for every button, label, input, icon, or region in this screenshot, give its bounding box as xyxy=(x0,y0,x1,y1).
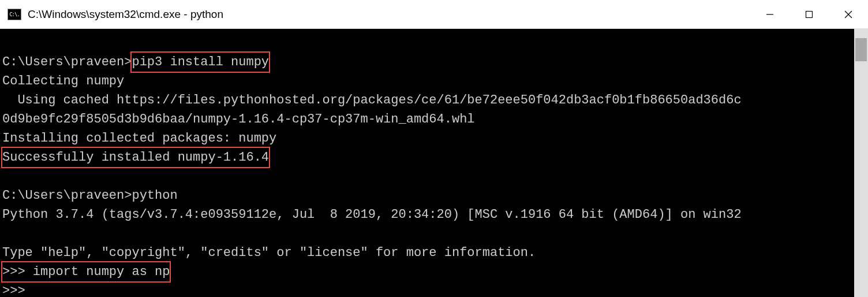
svg-rect-1 xyxy=(806,11,813,17)
output-line: Type "help", "copyright", "credits" or "… xyxy=(2,243,852,262)
close-button[interactable] xyxy=(829,0,868,28)
repl-command: import numpy as np xyxy=(33,265,170,279)
scrollbar-thumb[interactable] xyxy=(855,38,867,61)
prompt: C:\Users\praveen> xyxy=(2,55,132,69)
cmd-icon: C:\. xyxy=(7,8,22,21)
output-line: 0d9be9fc29f8505d3b9d6baa/numpy-1.16.4-cp… xyxy=(2,110,852,129)
repl-prompt: >>> xyxy=(2,265,33,279)
output-line: Using cached https://files.pythonhosted.… xyxy=(2,91,852,110)
minimize-button[interactable] xyxy=(750,0,790,28)
highlighted-repl: >>> import numpy as np xyxy=(2,262,170,281)
terminal-output[interactable]: C:\Users\praveen>pip3 install numpyColle… xyxy=(0,29,854,297)
window-title: C:\Windows\system32\cmd.exe - python xyxy=(28,8,750,21)
vertical-scrollbar[interactable] xyxy=(854,29,868,297)
window-controls xyxy=(750,0,868,28)
output-line: Installing collected packages: numpy xyxy=(2,129,852,148)
maximize-button[interactable] xyxy=(790,0,829,28)
highlighted-command: pip3 install numpy xyxy=(132,53,269,72)
output-line: Collecting numpy xyxy=(2,72,852,91)
repl-prompt: >>> xyxy=(2,281,852,297)
command: python xyxy=(132,188,177,203)
window-titlebar: C:\. C:\Windows\system32\cmd.exe - pytho… xyxy=(0,0,868,29)
prompt: C:\Users\praveen> xyxy=(2,188,132,203)
highlighted-output: Successfully installed numpy-1.16.4 xyxy=(2,148,269,167)
output-line: Python 3.7.4 (tags/v3.7.4:e09359112e, Ju… xyxy=(2,205,852,224)
